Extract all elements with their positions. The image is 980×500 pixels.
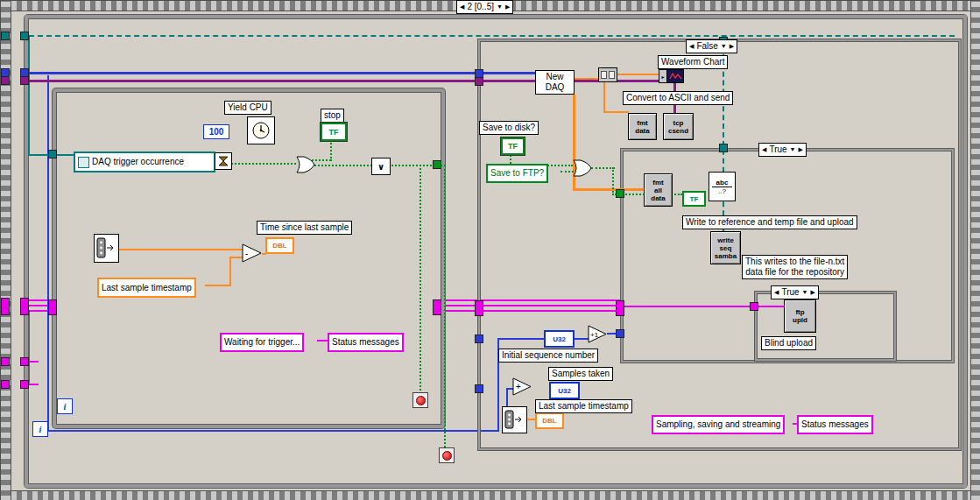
stop-boolean-terminal[interactable]: TF [321,123,347,141]
file-note-comment: This writes to the file-n.txt data file … [742,255,848,279]
float-wire [603,111,629,113]
time-since-dbl-indicator[interactable]: DBL [265,237,294,254]
float-wire [229,257,231,285]
case-selector-label[interactable]: True [781,287,799,298]
tunnel [616,300,624,316]
or-gate-icon[interactable] [296,156,315,175]
fmt-data-subvi[interactable]: fmt data [628,113,657,140]
case-prev-button[interactable]: ◀ [774,287,779,298]
or-array-elements-icon[interactable]: ∨ [371,158,391,175]
tcp-csend-subvi[interactable]: tcp csend [663,113,694,140]
case-selector-false[interactable]: ◀ False ▼ ▶ [686,39,737,53]
occurrence-icon [78,157,89,168]
case-next-button[interactable]: ▶ [730,41,734,52]
initial-sequence-label: Initial sequence number [498,349,598,363]
fmt-all-data-subvi[interactable]: fmt all data [644,173,673,207]
tunnel [1,357,10,366]
time-since-label: Time since last sample [257,221,352,235]
true-constant[interactable]: TF [682,191,706,207]
float-wire [205,285,231,286]
outer-loop-condition-terminal[interactable] [439,447,455,463]
tunnel [1,32,10,40]
tunnel [1,380,10,389]
case-selector-upload[interactable]: ◀ True ▼ ▶ [771,285,819,299]
blind-upload-label: Blind upload [761,336,816,350]
samples-taken-terminal[interactable]: U32 [549,382,580,399]
subtract-icon[interactable]: - [242,243,263,264]
tunnel [20,357,29,366]
match-pattern-icon[interactable]: abc ..? [709,172,736,201]
waveform-chart-terminal[interactable]: ▸ [659,69,684,83]
sequence-frame-bottom [0,490,980,500]
wait-until-next-ms-icon[interactable] [247,116,275,144]
case-structure-upload [755,292,896,361]
tunnel [475,300,483,316]
waiting-message-constant[interactable]: Waiting for trigger... [220,333,304,352]
yield-cpu-label: Yield CPU [224,101,271,115]
tcp-wire [26,80,675,82]
outer-loop-iteration-terminal[interactable]: i [32,421,48,437]
match-pattern-query: ..? [718,187,726,195]
connection-icon[interactable] [598,67,617,82]
stop-label: stop [321,109,344,123]
or-gate-icon[interactable] [573,159,592,179]
string-wire [623,306,785,307]
float-wire [614,74,659,75]
status-messages-indicator[interactable]: Status messages [328,333,404,352]
save-to-ftp-control[interactable]: Save to FTP? [486,164,548,183]
float-wire [117,249,243,250]
add-icon[interactable]: + [512,377,532,398]
case-dropdown-icon[interactable]: ▼ [802,287,808,298]
sequence-next-button[interactable]: ▶ [505,2,510,12]
write-seq-samba-subvi[interactable]: write seq samba [710,231,741,264]
case-next-button[interactable]: ▶ [811,287,815,298]
initial-sequence-terminal[interactable]: U32 [544,330,575,348]
sequence-frame-right [970,0,980,500]
inner-loop-iteration-terminal[interactable]: i [57,398,73,414]
tunnel [20,380,29,389]
case-prev-button[interactable]: ◀ [762,144,766,155]
case-selector-label[interactable]: True [769,144,786,155]
ftp-upload-subvi[interactable]: ftp upld [784,299,816,333]
or-glyph: ∨ [377,162,384,172]
tunnel [48,299,57,315]
daq-device-icon[interactable] [502,406,527,433]
case-next-button[interactable]: ▶ [799,144,803,155]
tunnel [616,329,624,338]
new-daq-node[interactable]: New DAQ [535,70,575,95]
sequence-prev-button[interactable]: ◀ [460,2,464,12]
tunnel [475,384,483,393]
stop-dot-icon [442,451,452,461]
svg-text:+1: +1 [590,331,599,339]
case-dropdown-icon[interactable]: ▼ [790,144,796,155]
wait-on-occurrence-icon[interactable] [215,152,232,170]
save-to-disk-terminal[interactable]: TF [501,137,525,155]
daq-device-icon[interactable] [94,234,119,263]
status-messages-indicator[interactable]: Status messages [797,415,873,434]
labview-block-diagram: ◀ 2 [0..5] ▼ ▶ ◀ False ▼ ▶ ◀ True ▼ ▶ ◀ … [0,0,980,500]
case-dropdown-icon[interactable]: ▼ [721,41,727,52]
chart-terminal-plot-icon [667,70,683,82]
case-selector-label[interactable]: False [696,41,717,52]
tunnel [20,298,29,315]
case-prev-button[interactable]: ◀ [689,41,694,52]
last-sample-dbl-terminal[interactable]: DBL [535,412,564,429]
stop-dot-icon [416,396,426,405]
sequence-dropdown-icon[interactable]: ▼ [497,2,503,12]
sequence-selector[interactable]: ◀ 2 [0..5] ▼ ▶ [456,0,513,14]
boolean-wire [225,163,296,165]
last-sample-timestamp-control[interactable]: Last sample timestamp [97,278,196,298]
boolean-wire [419,165,421,394]
tunnel [475,335,483,343]
wait-ms-constant[interactable]: 100 [203,124,229,139]
tunnel [719,144,728,152]
port-square-icon [609,71,615,79]
daq-trigger-occurrence-control[interactable]: DAQ trigger occurrence [74,151,215,173]
tunnel [475,77,483,86]
inner-loop-condition-terminal[interactable] [412,392,428,408]
case-selector-true[interactable]: ◀ True ▼ ▶ [758,143,807,157]
increment-icon[interactable]: +1 [588,325,608,345]
boolean-wire [612,167,614,195]
sequence-frame-label[interactable]: 2 [0..5] [467,2,494,12]
save-to-disk-label: Save to disk? [479,121,539,135]
